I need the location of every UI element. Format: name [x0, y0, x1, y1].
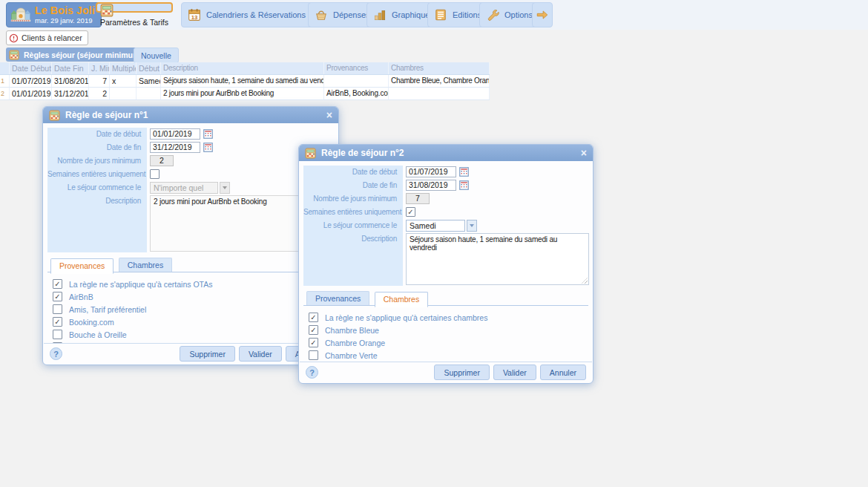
checkbox[interactable]: ✓	[309, 313, 318, 322]
basket-icon	[315, 8, 328, 22]
checkbox-row[interactable]: ✓ La règle ne s'applique qu'à certains O…	[53, 279, 334, 289]
checkbox-row[interactable]: Bouche à Oreille	[53, 330, 334, 339]
jours-min-input[interactable]: 7	[406, 193, 430, 204]
clients-relancer-button[interactable]: Clients à relancer	[6, 30, 88, 45]
header-date-debut[interactable]: Date Début	[10, 62, 52, 74]
tab-label: Editions	[453, 10, 481, 19]
checkbox[interactable]: ✓	[53, 292, 62, 301]
dialog1-footer: ? Supprimer Valider Annuler	[44, 343, 338, 364]
nouvelle-button[interactable]: Nouvelle	[134, 48, 179, 63]
valider-button[interactable]: Valider	[239, 346, 282, 362]
tab-label: Calendriers & Réservations	[206, 10, 306, 19]
tab-label: Options	[504, 10, 533, 19]
table-row[interactable]: 1 01/07/2019 31/08/2019 7 x Samedi Séjou…	[0, 75, 490, 88]
semaines-checkbox[interactable]	[150, 169, 160, 179]
commence-select[interactable]: Samedi	[406, 220, 465, 232]
cell-multiple	[110, 88, 137, 99]
cell-provenances: AirBnB, Booking.com	[324, 88, 389, 99]
semaines-label: Semaines entières uniquement	[47, 168, 147, 181]
header-multiple[interactable]: Multiple	[110, 62, 137, 74]
checkbox-row[interactable]: ✓ Chambre Orange	[309, 338, 588, 347]
tab-provenances[interactable]: Provenances	[306, 291, 369, 305]
dialog1-tabbar: Provenances Chambres	[47, 258, 334, 272]
bar-chart-icon	[373, 8, 387, 22]
checkbox[interactable]	[53, 304, 62, 314]
header-date-fin[interactable]: Date Fin	[52, 62, 89, 74]
semaines-checkbox[interactable]: ✓	[406, 207, 415, 217]
cell-multiple: x	[110, 75, 137, 87]
checkbox[interactable]: ✓	[53, 317, 62, 327]
supprimer-button[interactable]: Supprimer	[180, 346, 234, 362]
commence-select[interactable]: N'importe quel jour	[150, 182, 218, 194]
datepicker-icon[interactable]	[203, 143, 213, 152]
checkbox-row[interactable]: ✓ La règle ne s'applique qu'à certaines …	[309, 313, 588, 322]
chevron-down-icon[interactable]	[467, 220, 477, 232]
dialog2-tabbar: Provenances Chambres	[303, 291, 588, 306]
datepicker-icon[interactable]	[459, 167, 469, 177]
checkbox-row[interactable]: Chambre Verte	[309, 350, 588, 360]
checkbox[interactable]	[309, 350, 318, 360]
help-button[interactable]: ?	[306, 366, 318, 379]
supprimer-button[interactable]: Supprimer	[434, 365, 489, 380]
dialog1-titlebar[interactable]: Règle de séjour n°1 ×	[43, 107, 338, 123]
arrow-right-icon	[536, 8, 549, 22]
annuler-button[interactable]: Annuler	[540, 365, 586, 380]
help-button[interactable]: ?	[50, 347, 62, 360]
checkbox[interactable]: ✓	[309, 338, 318, 347]
header-provenances[interactable]: Provenances	[324, 62, 389, 74]
table-row[interactable]: 2 01/01/2019 31/12/2019 2 2 jours mini p…	[0, 88, 490, 100]
app-logo[interactable]: Le Bois Joli mar. 29 janv. 2019	[6, 2, 102, 27]
date-debut-input[interactable]: 01/07/2019	[406, 166, 456, 177]
header-num	[0, 62, 10, 74]
chambres-checkbox-list: ✓ La règle ne s'applique qu'à certaines …	[303, 306, 588, 360]
cell-chambres: Chambre Bleue, Chambre Orange	[389, 75, 490, 87]
header-j-mini[interactable]: J. Mini	[89, 62, 110, 74]
cell-date-debut: 01/07/2019	[10, 75, 52, 87]
tab-provenances[interactable]: Provenances	[50, 258, 114, 274]
date-fin-label: Date de fin	[303, 179, 403, 192]
valider-button[interactable]: Valider	[493, 365, 536, 380]
jours-min-input[interactable]: 2	[150, 155, 174, 166]
calculator-icon	[100, 4, 114, 17]
more-tabs-button[interactable]	[532, 2, 553, 27]
resize-grip[interactable]	[582, 278, 588, 284]
tab-parametres-tarifs[interactable]: Paramètres & Tarifs	[96, 2, 173, 13]
nouvelle-label: Nouvelle	[141, 51, 171, 60]
cell-j-mini: 7	[89, 75, 110, 87]
header-description[interactable]: Description	[161, 62, 324, 74]
jours-min-label: Nombre de jours minimum	[47, 154, 147, 168]
description-textarea[interactable]: Séjours saison haute, 1 semaine du samed…	[406, 233, 589, 285]
checkbox-row[interactable]: ✓ AirBnB	[53, 292, 334, 301]
cell-chambres	[389, 88, 490, 99]
tab-label: Paramètres & Tarifs	[100, 18, 168, 27]
chevron-down-icon[interactable]	[220, 182, 230, 194]
checkbox-row[interactable]: Amis, Tarif préférentiel	[53, 304, 334, 314]
calculator-icon	[49, 110, 60, 121]
checkbox[interactable]	[53, 330, 62, 339]
app-date: mar. 29 janv. 2019	[35, 16, 95, 24]
tab-chambres[interactable]: Chambres	[119, 258, 172, 272]
checkbox[interactable]: ✓	[309, 325, 318, 335]
header-chambres[interactable]: Chambres	[389, 62, 490, 74]
checkbox-row[interactable]: ✓ Booking.com	[53, 317, 334, 327]
checkbox[interactable]: ✓	[53, 279, 62, 289]
tab-chambres[interactable]: Chambres	[375, 292, 428, 307]
datepicker-icon[interactable]	[459, 180, 469, 190]
date-fin-input[interactable]: 31/08/2019	[406, 180, 456, 191]
table-header-row: Date Début Date Fin J. Mini Multiple Déb…	[0, 62, 490, 75]
dialog2-titlebar[interactable]: Règle de séjour n°2 ×	[299, 145, 593, 161]
date-fin-label: Date de fin	[47, 141, 147, 154]
checkbox-label: Booking.com	[69, 318, 114, 327]
close-icon[interactable]: ×	[581, 148, 587, 158]
close-icon[interactable]: ×	[326, 110, 332, 120]
datepicker-icon[interactable]	[203, 129, 213, 139]
header-debut[interactable]: Début	[137, 62, 161, 74]
date-debut-input[interactable]: 01/01/2019	[150, 128, 200, 140]
date-debut-label: Date de début	[303, 166, 403, 179]
warning-icon	[9, 33, 19, 43]
cell-provenances	[324, 75, 389, 87]
checkbox-row[interactable]: ✓ Chambre Bleue	[309, 325, 588, 335]
semaines-label: Semaines entières uniquement	[303, 206, 403, 219]
checkbox-label: Chambre Bleue	[325, 326, 379, 335]
date-fin-input[interactable]: 31/12/2019	[150, 142, 200, 153]
